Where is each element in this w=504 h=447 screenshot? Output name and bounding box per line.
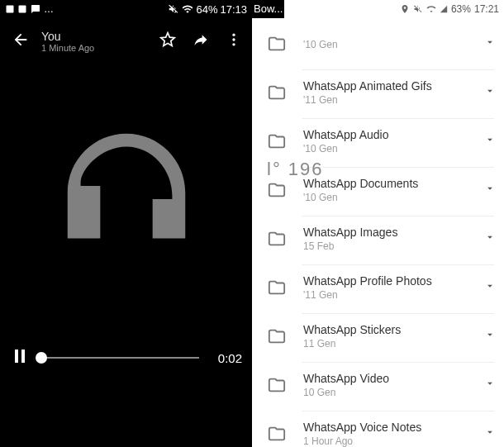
chevron-down-icon xyxy=(484,329,496,340)
svg-rect-0 xyxy=(7,6,14,13)
folder-row[interactable]: WhatsApp Audio'10 Gen xyxy=(252,119,504,167)
svg-rect-1 xyxy=(19,6,26,13)
folder-menu-button[interactable] xyxy=(484,134,496,149)
chevron-down-icon xyxy=(484,36,496,48)
topbar-actions xyxy=(159,31,245,51)
folder-menu-button[interactable] xyxy=(484,36,496,51)
folder-menu-button[interactable] xyxy=(484,280,496,295)
svg-rect-6 xyxy=(21,350,25,363)
folder-menu-button[interactable] xyxy=(484,231,496,246)
status-bar-right: 63% 17:21 xyxy=(252,0,504,18)
chevron-down-icon xyxy=(484,426,496,438)
star-icon xyxy=(159,31,176,48)
folder-sub: 1 Hour Ago xyxy=(303,435,484,447)
folder-icon-wrap xyxy=(260,35,293,53)
more-vert-icon xyxy=(226,31,242,48)
folder-row[interactable]: '10 Gen xyxy=(252,21,504,69)
folder-icon xyxy=(268,327,286,345)
folder-sub: '10 Gen xyxy=(303,39,484,50)
back-arrow-icon xyxy=(12,31,30,49)
folder-icon-wrap xyxy=(260,83,293,102)
folder-sub: '11 Gen xyxy=(303,289,484,301)
folder-row[interactable]: WhatsApp Stickers11 Gen xyxy=(252,314,504,362)
folder-menu-button[interactable] xyxy=(484,183,496,197)
clock-text: 17:21 xyxy=(474,3,499,15)
folder-icon-wrap xyxy=(260,376,293,394)
back-button[interactable] xyxy=(12,31,30,52)
seek-slider[interactable] xyxy=(38,351,199,364)
folder-name: WhatsApp Video xyxy=(303,372,484,385)
folder-sub: '10 Gen xyxy=(303,192,484,203)
more-button[interactable] xyxy=(226,31,242,51)
status-bar-left: … 64% 17:13 xyxy=(0,0,252,18)
folder-sub: '11 Gen xyxy=(303,94,484,106)
folder-text: WhatsApp Stickers11 Gen xyxy=(293,323,484,350)
folder-menu-button[interactable] xyxy=(484,426,496,441)
folder-text: WhatsApp Video10 Gen xyxy=(293,372,484,398)
chevron-down-icon xyxy=(484,134,496,145)
svg-point-3 xyxy=(232,38,235,40)
seek-thumb[interactable] xyxy=(36,352,47,364)
status-system: 64% 17:13 xyxy=(168,3,247,16)
svg-point-4 xyxy=(232,43,235,45)
favorite-button[interactable] xyxy=(159,31,176,51)
audio-title: You xyxy=(41,30,159,43)
status-notifications: … xyxy=(5,3,54,15)
elapsed-time: 0:02 xyxy=(207,351,242,365)
pause-icon xyxy=(10,346,30,366)
file-browser-screen: Bow... 63% 17:21 l° 196 '10 GenWhatsApp … xyxy=(252,0,504,447)
wifi-icon xyxy=(182,3,193,15)
headphones-icon xyxy=(48,114,205,271)
folder-menu-button[interactable] xyxy=(484,329,496,344)
seek-track xyxy=(38,357,199,359)
mute-icon xyxy=(413,4,423,14)
chevron-down-icon xyxy=(484,378,496,389)
folder-text: WhatsApp Profile Photos'11 Gen xyxy=(293,274,484,301)
clock-text: 17:13 xyxy=(220,3,247,16)
audio-subtitle: 1 Minute Ago xyxy=(41,43,159,53)
share-button[interactable] xyxy=(193,31,209,51)
folder-icon xyxy=(268,425,286,443)
title-block: You 1 Minute Ago xyxy=(41,30,159,53)
chevron-down-icon xyxy=(484,280,496,292)
folder-name: WhatsApp Documents xyxy=(303,177,484,190)
folder-icon xyxy=(268,35,286,53)
location-icon xyxy=(400,4,410,14)
folder-icon-wrap xyxy=(260,132,293,150)
folder-menu-button[interactable] xyxy=(484,378,496,392)
battery-text: 64% xyxy=(196,3,217,16)
wifi-icon xyxy=(426,4,436,14)
folder-row[interactable]: WhatsApp Profile Photos'11 Gen xyxy=(252,265,504,313)
folder-row[interactable]: WhatsApp Voice Notes1 Hour Ago xyxy=(252,411,504,447)
folder-row[interactable]: WhatsApp Images15 Feb xyxy=(252,216,504,264)
folder-sub: 11 Gen xyxy=(303,338,484,350)
folder-sub: 15 Feb xyxy=(303,240,484,252)
player-topbar: You 1 Minute Ago xyxy=(0,18,252,64)
svg-rect-5 xyxy=(15,350,18,363)
chevron-down-icon xyxy=(484,85,496,97)
folder-icon xyxy=(268,376,286,394)
folder-menu-button[interactable] xyxy=(484,85,496,100)
battery-text: 63% xyxy=(451,3,471,15)
folder-icon xyxy=(268,132,286,150)
audio-player-screen: … 64% 17:13 You 1 Minute Ago xyxy=(0,0,252,447)
folder-list[interactable]: '10 GenWhatsApp Animated Gifs'11 GenWhat… xyxy=(252,18,504,447)
folder-sub: '10 Gen xyxy=(303,143,484,155)
folder-row[interactable]: WhatsApp Documents'10 Gen xyxy=(252,168,504,216)
album-art xyxy=(0,114,252,271)
chat-icon xyxy=(30,4,41,14)
folder-row[interactable]: WhatsApp Animated Gifs'11 Gen xyxy=(252,70,504,118)
status-overflow-text: Bow... xyxy=(252,0,284,18)
chevron-down-icon xyxy=(484,183,496,194)
folder-icon xyxy=(268,83,286,102)
share-icon xyxy=(193,31,209,48)
folder-icon-wrap xyxy=(260,327,293,345)
folder-row[interactable]: WhatsApp Video10 Gen xyxy=(252,363,504,411)
playback-controls: 0:02 xyxy=(0,346,252,369)
app-icon xyxy=(17,4,27,14)
folder-text: WhatsApp Images15 Feb xyxy=(293,226,484,252)
folder-icon-wrap xyxy=(260,230,293,248)
folder-name: WhatsApp Stickers xyxy=(303,323,484,336)
folder-name: WhatsApp Animated Gifs xyxy=(303,79,484,93)
play-pause-button[interactable] xyxy=(10,346,30,369)
